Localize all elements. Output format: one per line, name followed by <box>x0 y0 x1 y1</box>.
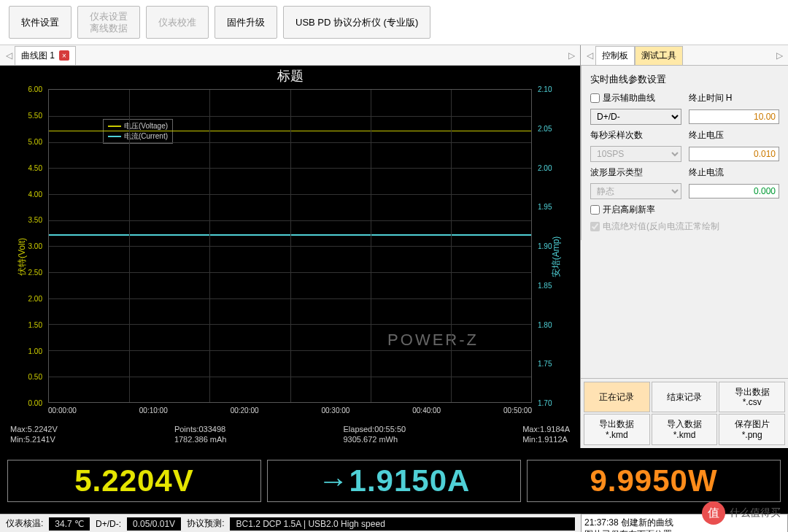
tab-scroll-right-icon[interactable]: ▷ <box>565 50 577 61</box>
legend-current: 电流(Current) <box>124 131 168 142</box>
y-axis-left-ticks: 6.005.505.004.504.003.503.002.502.001.50… <box>20 89 45 403</box>
tab-scroll-left-icon[interactable]: ◁ <box>584 50 595 61</box>
stat-elapsed: Elapsed:00:55:50 <box>343 425 406 433</box>
dpdm-label: D+/D-: <box>96 519 121 529</box>
wave-select[interactable]: 静态 <box>590 183 681 199</box>
chart-legend: 电压(Voltage) 电流(Current) <box>103 119 173 144</box>
left-tab-strip: ◁ 曲线图 1 × ▷ <box>0 45 580 66</box>
pd-analyzer-button[interactable]: USB PD 协议分析仪 (专业版) <box>283 6 430 39</box>
log-line: 图片已保存在下面位置 <box>584 529 784 532</box>
export-csv-button[interactable]: 导出数据 *.csv <box>719 382 785 413</box>
record-button-grid: 正在记录 结束记录 导出数据 *.csv 导出数据 *.kmd 导入数据 *.k… <box>581 378 788 449</box>
chart-area: 标题 伏特(Volt) 安培(Amp) 6.005.505.004.504.00… <box>0 66 580 448</box>
save-png-button[interactable]: 保存图片 *.png <box>719 414 785 445</box>
control-panel: 实时曲线参数设置 显示辅助曲线 终止时间 H D+/D- 每秒采样次数 终止电压… <box>581 66 788 240</box>
dpdm-value: 0.05/0.01V <box>127 517 181 531</box>
end-v-input[interactable] <box>689 147 780 161</box>
stat-min-a: Min:1.9112A <box>522 435 570 444</box>
meter-settings-button[interactable]: 仪表设置 离线数据 <box>77 6 140 39</box>
readout-current: →1.9150A <box>267 460 521 502</box>
curve-tab-1[interactable]: 曲线图 1 × <box>15 46 76 65</box>
end-time-input[interactable] <box>689 109 780 124</box>
close-icon[interactable]: × <box>59 50 69 61</box>
proto-value: BC1.2 DCP 1.5A | USB2.0 High speed <box>230 517 575 531</box>
right-tab-strip: ◁ 控制板 测试工具 ▷ <box>581 45 788 66</box>
temp-value: 34.7 ℃ <box>49 517 90 531</box>
temp-label: 仪表核温: <box>6 517 43 530</box>
firmware-upgrade-button[interactable]: 固件升级 <box>215 6 277 39</box>
tab-scroll-right-icon[interactable]: ▷ <box>773 50 785 61</box>
curve-tab-label: 曲线图 1 <box>21 50 55 62</box>
wave-label: 波形显示类型 <box>590 166 681 179</box>
sps-label: 每秒采样次数 <box>590 129 681 142</box>
tab-scroll-left-icon[interactable]: ◁ <box>3 50 15 61</box>
aux-select[interactable]: D+/D- <box>590 109 681 125</box>
export-kmd-button[interactable]: 导出数据 *.kmd <box>584 414 650 445</box>
end-time-label: 终止时间 H <box>689 92 780 104</box>
site-logo-icon: 值 <box>702 501 725 525</box>
end-a-label: 终止电流 <box>689 166 780 179</box>
high-refresh-label: 开启高刷新率 <box>603 204 655 216</box>
sps-select[interactable]: 10SPS <box>590 146 681 162</box>
site-watermark: 值 什么值得买 <box>702 501 781 525</box>
chart-title: 标题 <box>0 66 580 85</box>
readout-power: 9.9950W <box>527 460 781 502</box>
stat-mwh: 9305.672 mWh <box>343 435 406 444</box>
show-aux-checkbox[interactable] <box>590 93 600 103</box>
stat-max-a: Max:1.9184A <box>522 425 570 433</box>
tab-control-panel[interactable]: 控制板 <box>595 46 635 65</box>
end-record-button[interactable]: 结束记录 <box>652 382 718 413</box>
proto-label: 协议预测: <box>187 517 224 530</box>
end-a-input[interactable] <box>689 184 780 198</box>
live-readouts: 5.2204V →1.9150A 9.9950W <box>0 448 788 514</box>
tab-test-tools[interactable]: 测试工具 <box>635 46 683 65</box>
y-axis-right-ticks: 2.102.052.001.951.901.851.801.751.70 <box>535 89 560 403</box>
abs-current-checkbox <box>590 222 600 231</box>
recording-button[interactable]: 正在记录 <box>584 382 650 413</box>
end-v-label: 终止电压 <box>689 129 780 142</box>
stat-max-v: Max:5.2242V <box>10 425 58 433</box>
control-panel-title: 实时曲线参数设置 <box>590 73 779 86</box>
status-bar: 仪表核温: 34.7 ℃ D+/D-: 0.05/0.01V 协议预测: BC1… <box>0 514 581 532</box>
chart-stats: Max:5.2242V Min:5.2141V Points:033498 17… <box>10 425 570 444</box>
site-watermark-text: 什么值得买 <box>730 506 781 520</box>
stat-min-v: Min:5.2141V <box>10 435 58 444</box>
meter-calibration-button[interactable]: 仪表校准 <box>146 6 209 39</box>
x-axis-ticks: 00:00:0000:10:0000:20:0000:30:0000:40:00… <box>48 406 532 415</box>
chart-watermark: POWER-Z <box>387 331 479 350</box>
readout-voltage: 5.2204V <box>7 460 261 502</box>
software-settings-button[interactable]: 软件设置 <box>9 6 72 39</box>
abs-current-label: 电流绝对值(反向电流正常绘制 <box>603 220 719 233</box>
main-toolbar: 软件设置 仪表设置 离线数据 仪表校准 固件升级 USB PD 协议分析仪 (专… <box>0 0 788 45</box>
high-refresh-checkbox[interactable] <box>590 205 600 215</box>
plot-region[interactable]: 电压(Voltage) 电流(Current) POWER-Z <box>48 89 532 403</box>
stat-points: Points:033498 <box>174 425 227 433</box>
stat-mah: 1782.386 mAh <box>174 435 227 444</box>
show-aux-label: 显示辅助曲线 <box>603 92 655 104</box>
import-kmd-button[interactable]: 导入数据 *.kmd <box>652 414 718 445</box>
